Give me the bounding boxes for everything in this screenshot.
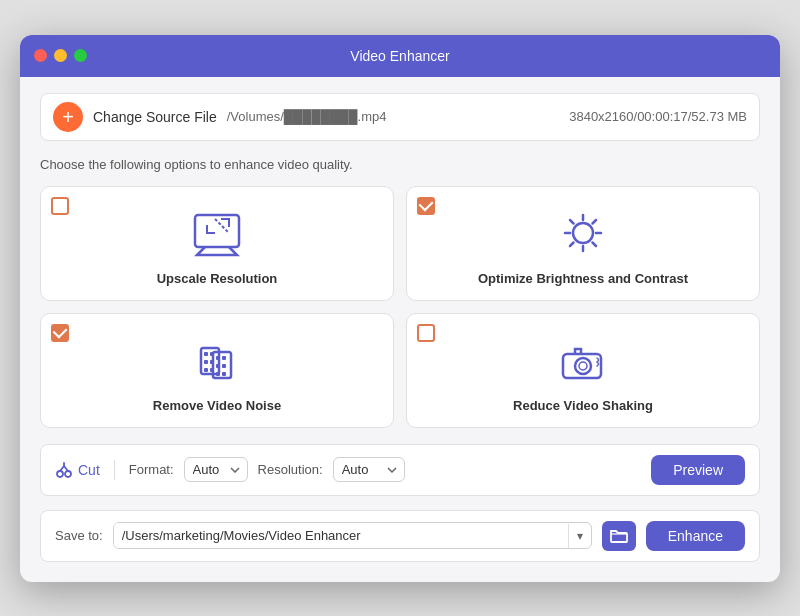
source-info: 3840x2160/00:00:17/52.73 MB: [569, 109, 747, 124]
noise-checkbox[interactable]: [51, 324, 69, 342]
cut-label: Cut: [78, 462, 100, 478]
options-grid: Upscale Resolution: [40, 186, 760, 428]
svg-rect-22: [222, 364, 226, 368]
shaking-icon: [553, 338, 613, 386]
shaking-checkbox[interactable]: [417, 324, 435, 342]
add-source-button[interactable]: +: [53, 102, 83, 132]
svg-rect-16: [204, 368, 208, 372]
option-noise[interactable]: Remove Video Noise: [40, 313, 394, 428]
svg-line-1: [215, 219, 229, 233]
cut-button[interactable]: Cut: [55, 461, 100, 479]
save-path-container: ▾: [113, 522, 592, 549]
svg-rect-14: [204, 360, 208, 364]
resolution-select[interactable]: Auto 4K 1080P 720P 480P: [333, 457, 405, 482]
svg-rect-24: [222, 372, 226, 376]
window-title: Video Enhancer: [350, 48, 449, 64]
svg-rect-23: [216, 372, 220, 376]
upscale-label: Upscale Resolution: [157, 271, 278, 286]
svg-rect-20: [222, 356, 226, 360]
svg-line-7: [570, 220, 574, 224]
save-path-arrow[interactable]: ▾: [568, 524, 591, 548]
svg-line-9: [593, 220, 597, 224]
main-content: + Change Source File /Volumes/████████.m…: [20, 77, 780, 582]
svg-point-2: [573, 223, 593, 243]
upscale-checkbox[interactable]: [51, 197, 69, 215]
toolbar: Cut Format: Auto MP4 MOV AVI MKV Resolut…: [40, 444, 760, 496]
format-select[interactable]: Auto MP4 MOV AVI MKV: [184, 457, 248, 482]
brightness-icon: [553, 211, 613, 259]
minimize-button[interactable]: [54, 49, 67, 62]
option-shaking[interactable]: Reduce Video Shaking: [406, 313, 760, 428]
enhance-button[interactable]: Enhance: [646, 521, 745, 551]
scissors-icon: [55, 461, 73, 479]
svg-point-26: [575, 358, 591, 374]
toolbar-divider: [114, 460, 115, 480]
svg-line-30: [60, 466, 64, 471]
maximize-button[interactable]: [74, 49, 87, 62]
svg-rect-19: [216, 356, 220, 360]
svg-line-31: [64, 466, 68, 471]
footer: Save to: ▾ Enhance: [40, 510, 760, 562]
save-path-input[interactable]: [114, 523, 568, 548]
svg-point-27: [579, 362, 587, 370]
folder-icon: [610, 528, 628, 544]
close-button[interactable]: [34, 49, 47, 62]
app-window: Video Enhancer + Change Source File /Vol…: [20, 35, 780, 582]
resolution-label: Resolution:: [258, 462, 323, 477]
save-to-label: Save to:: [55, 528, 103, 543]
shaking-label: Reduce Video Shaking: [513, 398, 653, 413]
svg-line-10: [570, 242, 574, 246]
svg-line-8: [593, 242, 597, 246]
svg-rect-12: [204, 352, 208, 356]
format-label: Format:: [129, 462, 174, 477]
option-brightness[interactable]: Optimize Brightness and Contrast: [406, 186, 760, 301]
traffic-lights: [34, 49, 87, 62]
preview-button[interactable]: Preview: [651, 455, 745, 485]
source-bar: + Change Source File /Volumes/████████.m…: [40, 93, 760, 141]
source-path: /Volumes/████████.mp4: [227, 109, 559, 124]
upscale-icon: [187, 211, 247, 259]
noise-icon: [187, 338, 247, 386]
svg-rect-21: [216, 364, 220, 368]
titlebar: Video Enhancer: [20, 35, 780, 77]
change-source-label: Change Source File: [93, 109, 217, 125]
brightness-label: Optimize Brightness and Contrast: [478, 271, 688, 286]
hint-text: Choose the following options to enhance …: [40, 157, 760, 172]
option-upscale[interactable]: Upscale Resolution: [40, 186, 394, 301]
browse-folder-button[interactable]: [602, 521, 636, 551]
brightness-checkbox[interactable]: [417, 197, 435, 215]
noise-label: Remove Video Noise: [153, 398, 281, 413]
